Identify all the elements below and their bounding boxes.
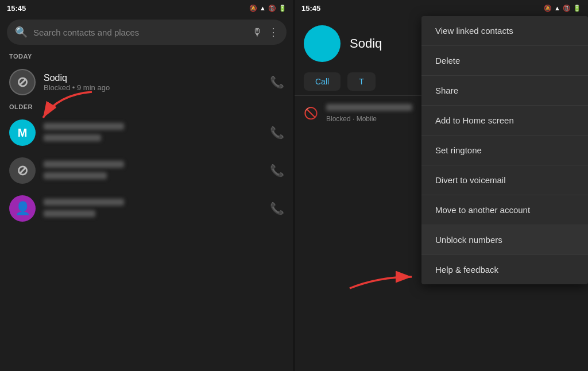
section-older-label: OLDER [0, 101, 293, 114]
call-icon-older-1[interactable]: 📞 [270, 126, 284, 140]
contact-name-detail: Sodiq [350, 36, 382, 51]
mic-icon[interactable]: 🎙 [252, 26, 262, 38]
status-icons-right: 🔕 ▲ 📵 🔋 [544, 5, 581, 12]
status-icons-left: 🔕 ▲ 📵 🔋 [249, 5, 287, 12]
contact-avatar-large [304, 25, 341, 62]
menu-item-move-account[interactable]: Move to another account [421, 195, 588, 225]
contact-older-2[interactable]: ⊘ 📞 [0, 152, 293, 190]
battery-icon-r: 🔋 [573, 5, 581, 12]
search-icon: 🔍 [15, 26, 28, 38]
status-bar-right: 15:45 🔕 ▲ 📵 🔋 [295, 0, 588, 16]
contact-name-sodiq: Sodiq [44, 73, 262, 83]
text-action-button[interactable]: T [347, 72, 376, 91]
wifi-icon: ▲ [260, 5, 266, 11]
search-placeholder-text: Search contacts and places [33, 28, 246, 37]
contact-info-older-3 [44, 198, 262, 219]
more-options-icon[interactable]: ⋮ [268, 26, 278, 38]
right-panel: 15:45 🔕 ▲ 📵 🔋 Sodiq Call T 🚫 Blocked · M… [295, 0, 588, 371]
notif-icon-r: 🔕 [544, 5, 552, 12]
blurred-sub-2 [44, 172, 107, 179]
blurred-name-1 [44, 123, 124, 130]
blocked-label: Blocked · Mobile [326, 115, 377, 123]
call-icon-older-3[interactable]: 📞 [270, 202, 284, 215]
notification-icon: 🔕 [249, 5, 257, 12]
contact-info-sodiq: Sodiq Blocked • 9 min ago [44, 73, 262, 92]
menu-item-unblock[interactable]: Unblock numbers [421, 225, 588, 255]
blurred-name-3 [44, 199, 124, 206]
signal-icon-r: 📵 [563, 5, 571, 12]
blurred-sub-1 [44, 134, 101, 141]
blocked-info-text: Blocked · Mobile [326, 103, 412, 123]
left-panel: 15:45 🔕 ▲ 📵 🔋 🔍 Search contacts and plac… [0, 0, 293, 371]
contact-info-older-1 [44, 122, 262, 144]
blurred-number [326, 104, 412, 111]
blurred-sub-3 [44, 210, 95, 217]
menu-item-help[interactable]: Help & feedback [421, 255, 588, 284]
avatar-person: 👤 [9, 195, 36, 222]
menu-item-delete[interactable]: Delete [421, 46, 588, 76]
contact-sub-sodiq: Blocked • 9 min ago [44, 83, 262, 92]
call-action-button[interactable]: Call [304, 72, 341, 91]
context-menu: View linked contacts Delete Share Add to… [421, 16, 588, 284]
call-icon-sodiq[interactable]: 📞 [270, 75, 284, 89]
blurred-name-2 [44, 161, 124, 168]
time-right: 15:45 [301, 4, 320, 13]
contact-older-3[interactable]: 👤 📞 [0, 190, 293, 227]
menu-item-view-linked[interactable]: View linked contacts [421, 16, 588, 46]
contact-sodiq[interactable]: ⊘ Sodiq Blocked • 9 min ago 📞 [0, 63, 293, 101]
section-today-label: TODAY [0, 51, 293, 63]
menu-item-set-ringtone[interactable]: Set ringtone [421, 136, 588, 165]
wifi-icon-r: ▲ [554, 5, 560, 11]
search-bar[interactable]: 🔍 Search contacts and places 🎙 ⋮ [7, 20, 287, 45]
status-bar-left: 15:45 🔕 ▲ 📵 🔋 [0, 0, 293, 16]
battery-icon: 🔋 [278, 5, 287, 12]
contact-older-1[interactable]: M 📞 [0, 114, 293, 152]
time-left: 15:45 [7, 4, 26, 13]
avatar-m: M [9, 119, 36, 146]
avatar-sodiq: ⊘ [9, 69, 36, 95]
avatar-blocked2: ⊘ [9, 157, 36, 184]
call-icon-older-2[interactable]: 📞 [270, 164, 284, 177]
menu-item-divert-voicemail[interactable]: Divert to voicemail [421, 165, 588, 195]
blocked-icon-detail: 🚫 [304, 106, 318, 120]
signal-icon: 📵 [268, 5, 276, 12]
menu-item-add-home[interactable]: Add to Home screen [421, 106, 588, 136]
contact-info-older-2 [44, 160, 262, 181]
menu-item-share[interactable]: Share [421, 76, 588, 106]
